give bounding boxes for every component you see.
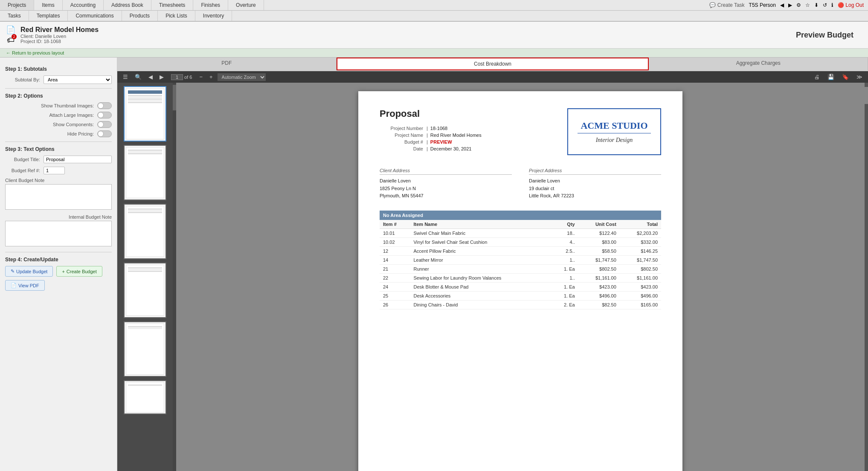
budget-ref-input[interactable] — [44, 167, 65, 174]
nav-timesheets[interactable]: Timesheets — [151, 0, 194, 10]
pdf-save-button[interactable]: 💾 — [825, 73, 836, 81]
pdf-thumbnail-1[interactable] — [124, 86, 166, 142]
budget-title-input[interactable] — [44, 156, 112, 163]
pdf-page-input[interactable] — [171, 74, 183, 80]
item-unit: $1,161.00 — [578, 273, 620, 282]
nav-star-icon[interactable]: ☆ — [805, 2, 810, 8]
project-id-info: Project ID: 18-1068 — [20, 39, 796, 44]
nav-accounting[interactable]: Accounting — [63, 0, 104, 10]
pdf-scroll-area[interactable]: Proposal Project Number | 18-1068 Projec… — [176, 83, 865, 471]
tabs-bar: PDF Cost Breakdown Aggregate Charges — [117, 58, 868, 71]
client-budget-note-group: Client Budget Note — [5, 178, 112, 211]
pdf-zoom-out-button[interactable]: − — [197, 73, 205, 81]
nav-download-icon[interactable]: ⬇ — [814, 2, 819, 8]
nav-products[interactable]: Products — [122, 11, 158, 21]
step2-title: Step 2: Options — [5, 93, 112, 99]
logout-button[interactable]: 🔴 Log Out — [838, 2, 864, 8]
pdf-bookmark-button[interactable]: 🔖 — [840, 73, 851, 81]
update-budget-button[interactable]: ✎ Update Budget — [5, 266, 53, 277]
create-budget-button[interactable]: + Create Budget — [56, 266, 102, 277]
pdf-zoom-select[interactable]: Automatic Zoom — [218, 73, 266, 81]
col-item-num: Item # — [380, 220, 410, 229]
subtotal-by-row: Subtotal By: Area — [5, 75, 112, 84]
left-panel: Step 1: Subtotals Subtotal By: Area Step… — [0, 58, 117, 471]
tab-pdf[interactable]: PDF — [117, 58, 337, 70]
item-name: Swivel Chair Main Fabric — [410, 228, 552, 237]
pdf-thumbnail-2[interactable] — [124, 145, 166, 200]
project-name: Red River Model Homes — [20, 26, 796, 34]
pdf-viewer: ☰ 🔍 ◀ ▶ of 6 − + Automatic Zoom 🖨 💾 🔖 ≫ — [117, 71, 868, 471]
col-unit-cost: Unit Cost — [578, 220, 620, 229]
nav-gear-icon[interactable]: ⚙ — [796, 2, 801, 8]
nav-arrow-right-icon[interactable]: ▶ — [788, 2, 792, 8]
item-total: $423.00 — [620, 282, 661, 291]
divider-1 — [5, 88, 112, 89]
pdf-icon: 📄 — [11, 283, 17, 288]
nav-pick-lists[interactable]: Pick Lists — [158, 11, 195, 21]
pdf-thumbnail-6[interactable] — [124, 380, 166, 414]
pdf-thumbnail-4[interactable] — [124, 263, 166, 318]
pdf-next-page-button[interactable]: ▶ — [157, 73, 166, 81]
project-name-field-label: Project Name — [380, 133, 427, 138]
nav-arrow-left-icon[interactable]: ◀ — [780, 2, 784, 8]
toggle-components-label: Show Components: — [5, 122, 97, 127]
attach-large-images-toggle[interactable] — [97, 112, 112, 118]
tab-cost-breakdown[interactable]: Cost Breakdown — [337, 58, 649, 70]
item-qty: 18.. — [552, 228, 578, 237]
budget-field-label: Budget # — [380, 139, 427, 144]
table-row: 10.01 Swivel Chair Main Fabric 18.. $122… — [380, 228, 661, 237]
addresses-section: Client Address Danielle Loven 1825 Peony… — [380, 168, 661, 200]
divider-3 — [5, 252, 112, 252]
create-task-button[interactable]: 💬 Create Task — [709, 2, 745, 8]
nav-templates[interactable]: Templates — [29, 11, 68, 21]
thumbnail-scrollbar[interactable] — [173, 83, 176, 471]
date-row: Date | December 30, 2021 — [380, 146, 482, 151]
toggle-large-images-label: Attach Large Images: — [5, 113, 97, 118]
table-section-header: No Area Assigned — [380, 211, 661, 220]
pdf-print-button[interactable]: 🖨 — [812, 73, 822, 81]
project-address-line2: Little Rock, AR 72223 — [529, 192, 661, 200]
nav-overture[interactable]: Overture — [228, 0, 264, 10]
nav-projects[interactable]: Projects — [0, 0, 34, 10]
project-address-line1: 19 duclair ct — [529, 185, 661, 193]
pdf-search-button[interactable]: 🔍 — [133, 73, 144, 81]
pdf-vertical-scrollbar[interactable] — [865, 83, 868, 471]
item-qty: 1.. — [552, 255, 578, 264]
nav-communications[interactable]: Communications — [68, 11, 122, 21]
tab-aggregate[interactable]: Aggregate Charges — [649, 58, 868, 70]
nav-finishes[interactable]: Finishes — [193, 0, 228, 10]
client-info: Client: Danielle Loven — [20, 34, 796, 39]
toggle-thumbnail: Show Thumbnail Images: — [5, 102, 112, 109]
sidebar-toggle-button[interactable]: ☰ — [121, 73, 130, 81]
nav-info-icon[interactable]: ℹ — [831, 2, 833, 8]
internal-budget-note-input[interactable] — [5, 221, 112, 246]
budget-field-value: PREVIEW — [430, 139, 452, 144]
nav-refresh-icon[interactable]: ↺ — [823, 2, 827, 8]
show-thumbnail-toggle[interactable] — [97, 102, 112, 109]
nav-address-book[interactable]: Address Book — [104, 0, 151, 10]
document-icon: 📄 — [6, 25, 15, 35]
pdf-prev-page-button[interactable]: ◀ — [146, 73, 155, 81]
subtotal-by-select[interactable]: Area — [44, 75, 112, 84]
budget-row: Budget # | PREVIEW — [380, 139, 482, 144]
item-total: $802.50 — [620, 264, 661, 273]
nav-row-1: Projects Items Accounting Address Book T… — [0, 0, 868, 11]
show-components-toggle[interactable] — [97, 121, 112, 128]
project-contact-name: Danielle Loven — [529, 177, 661, 185]
return-to-layout-button[interactable]: ← Return to previous layout — [6, 50, 64, 55]
pdf-thumbnail-3[interactable] — [124, 204, 166, 259]
nav-items[interactable]: Items — [34, 0, 62, 10]
pdf-thumbnail-5[interactable] — [124, 321, 166, 377]
pdf-zoom-in-button[interactable]: + — [207, 73, 215, 81]
item-qty: 1. Ea — [552, 291, 578, 300]
toggle-components: Show Components: — [5, 121, 112, 128]
pdf-expand-button[interactable]: ≫ — [854, 73, 865, 81]
client-budget-note-input[interactable] — [5, 184, 112, 210]
table-row: 26 Dining Chairs - David 2. Ea $82.50 $1… — [380, 300, 661, 309]
item-num: 24 — [380, 282, 410, 291]
item-name: Vinyl for Swivel Chair Seat Cushion — [410, 237, 552, 246]
hide-pricing-toggle[interactable] — [97, 130, 112, 137]
nav-inventory[interactable]: Inventory — [195, 11, 232, 21]
nav-tasks[interactable]: Tasks — [0, 11, 29, 21]
view-pdf-button[interactable]: 📄 View PDF — [5, 280, 45, 291]
